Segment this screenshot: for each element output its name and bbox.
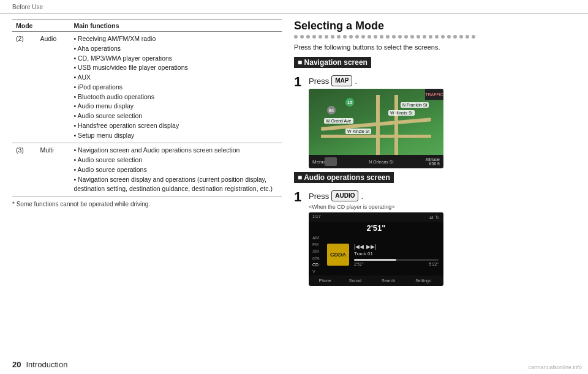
audio-sound-btn[interactable]: Sound xyxy=(347,279,364,283)
audio-press-label: Press xyxy=(309,192,329,201)
dot-14 xyxy=(380,35,383,39)
table-cell-num-0: (2) xyxy=(12,32,36,143)
dot-15 xyxy=(386,35,390,39)
audio-phone-btn[interactable]: Phone xyxy=(319,279,331,283)
table-header-functions: Main functions xyxy=(70,20,282,32)
table-row-1: (3)MultiNavigation screen and Audio oper… xyxy=(12,143,282,197)
audio-section-heading: ■ Audio operations screen xyxy=(294,172,394,183)
table-footnote: * Some functions cannot be operated whil… xyxy=(12,201,282,208)
dot-7 xyxy=(337,35,341,39)
audio-step-number: 1 xyxy=(294,190,305,204)
func-item-1-3: Navigation screen display and operations… xyxy=(74,175,278,195)
func-item-0-6: Bluetooth audio operations xyxy=(74,92,278,102)
dot-11 xyxy=(361,35,365,39)
dot-25 xyxy=(447,35,451,39)
table-cell-mode-0: Audio xyxy=(36,32,70,143)
audio-src-fm[interactable]: FM xyxy=(311,242,325,247)
dot-23 xyxy=(435,35,439,39)
audio-src-xm[interactable]: XM xyxy=(311,249,325,254)
dots-row xyxy=(294,35,576,39)
page-footer: 20 Introduction xyxy=(12,360,67,369)
func-item-0-0: Receiving AM/FM/XM radio xyxy=(74,34,278,44)
right-column: Selecting a Mode Press the following but… xyxy=(294,20,576,290)
dot-28 xyxy=(466,35,469,39)
dot-24 xyxy=(441,35,445,39)
dot-1 xyxy=(300,35,304,39)
left-column: Mode Main functions (2)AudioReceiving AM… xyxy=(12,20,282,290)
table-header-mode xyxy=(36,20,70,32)
audio-times: 2'51" 5'22" xyxy=(354,262,439,266)
nav-step: 1 Press MAP . xyxy=(294,75,576,168)
table-header-mode-num: Mode xyxy=(12,20,36,32)
audio-next-btn[interactable]: ▶▶| xyxy=(366,244,376,250)
func-item-1-2: Audio source operations xyxy=(74,165,278,175)
audio-search-btn[interactable]: Search xyxy=(379,279,398,283)
audio-key-badge: AUDIO xyxy=(331,190,358,201)
street-label-1: W Grand Ave xyxy=(324,118,353,124)
dot-16 xyxy=(392,35,396,39)
nav-screen-image: W Grand Ave W Illinois St N Franklin St … xyxy=(309,89,443,168)
func-item-1-1: Audio source selection xyxy=(74,155,278,165)
audio-settings-btn[interactable]: Settings xyxy=(413,279,433,283)
func-item-0-8: Audio source selection xyxy=(74,111,278,121)
audio-step-content: Press AUDIO . <When the CD player is ope… xyxy=(309,190,576,286)
func-item-0-4: AUX xyxy=(74,73,278,83)
dot-21 xyxy=(423,35,426,39)
audio-src-cd[interactable]: CD xyxy=(311,262,325,267)
street-label-3: N Franklin St xyxy=(401,102,429,108)
audio-src-am[interactable]: AM xyxy=(311,235,325,241)
audio-screen-image: 1/17 ⇄ ↻ 2'51" AM xyxy=(309,212,443,286)
dot-22 xyxy=(429,35,432,39)
nav-step-content: Press MAP . W Grand Ave xyxy=(309,75,576,168)
func-item-0-2: CD, MP3/WMA player operations xyxy=(74,54,278,64)
dot-3 xyxy=(312,35,316,39)
dot-29 xyxy=(472,35,475,39)
street-label-4: W Kinzie St xyxy=(345,129,371,134)
audio-bottom-bar: Phone Sound Search Settings xyxy=(309,275,443,286)
dot-18 xyxy=(404,35,408,39)
nav-period: . xyxy=(355,77,357,86)
audio-src-v[interactable]: V xyxy=(311,269,325,274)
intro-text: Press the following buttons to select th… xyxy=(294,43,576,51)
nav-menu-btn[interactable]: Menu xyxy=(312,159,325,165)
footer-label: Introduction xyxy=(26,360,67,369)
audio-progress-bar[interactable] xyxy=(354,259,439,261)
table-row-0: (2)AudioReceiving AM/FM/XM radioAha oper… xyxy=(12,32,282,143)
nav-section-heading: ■ Navigation screen xyxy=(294,57,371,68)
func-item-0-7: Audio menu display xyxy=(74,102,278,111)
table-cell-num-1: (3) xyxy=(12,143,36,197)
page-header: Before Use xyxy=(0,0,588,13)
audio-cover-art: CDDA xyxy=(327,244,349,266)
audio-when-label: <When the CD player is operating> xyxy=(309,204,576,210)
dot-26 xyxy=(453,35,457,39)
audio-track-name: Track 01 xyxy=(354,251,439,256)
func-item-0-5: iPod operations xyxy=(74,83,278,92)
watermark: carmanualsonline.info xyxy=(528,364,582,370)
audio-icon-2: ↻ xyxy=(435,215,440,220)
audio-prev-btn[interactable]: |◀◀ xyxy=(354,244,364,250)
dot-0 xyxy=(294,35,298,39)
dot-6 xyxy=(331,35,334,39)
dot-17 xyxy=(398,35,402,39)
func-item-1-0: Navigation screen and Audio operations s… xyxy=(74,146,278,155)
func-item-0-9: Handsfree operation screen display xyxy=(74,121,278,131)
dot-5 xyxy=(325,35,328,39)
section-title: Selecting a Mode xyxy=(294,20,576,32)
dot-2 xyxy=(306,35,310,39)
audio-main-area: AM FM XM aha CD V CDDA xyxy=(309,234,443,275)
func-item-0-3: USB music/video file player operations xyxy=(74,63,278,73)
audio-info: |◀◀ ▶▶| Track 01 2'51" 5' xyxy=(352,235,441,274)
dot-13 xyxy=(374,35,377,39)
table-cell-mode-1: Multi xyxy=(36,143,70,197)
audio-time-top: 1/17 xyxy=(312,214,321,220)
dot-12 xyxy=(368,35,371,39)
mode-table: Mode Main functions (2)AudioReceiving AM… xyxy=(12,20,282,197)
nav-altitude: Altitude606 ft xyxy=(426,157,440,166)
table-cell-func-0: Receiving AM/FM/XM radioAha operationsCD… xyxy=(70,32,282,143)
dot-27 xyxy=(459,35,463,39)
audio-step: 1 Press AUDIO . <When the CD player is o… xyxy=(294,190,576,286)
page-number: 20 xyxy=(12,360,21,369)
audio-time-display: 2'51" xyxy=(367,223,386,233)
dot-4 xyxy=(318,35,322,39)
audio-src-aha[interactable]: aha xyxy=(311,255,325,261)
